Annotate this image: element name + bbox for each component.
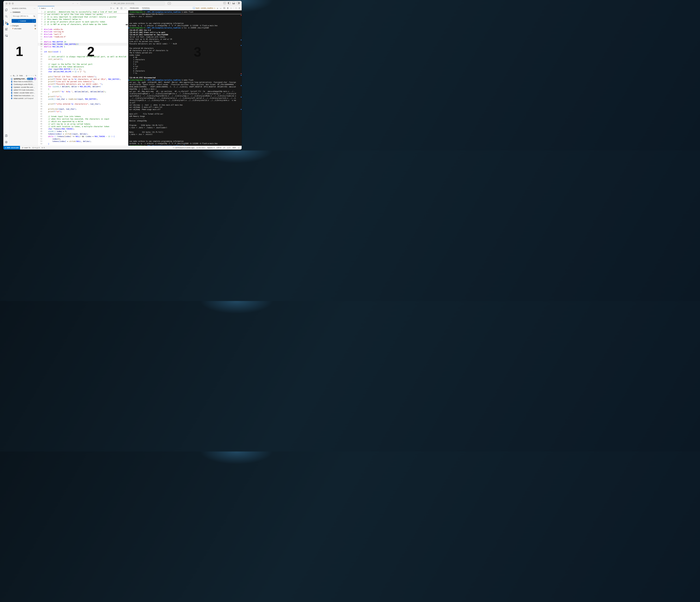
commit-message-input[interactable]: Message (⌘Enter to... <box>11 14 36 18</box>
pull-icon[interactable]: ↓ <box>31 75 31 77</box>
gear-icon[interactable] <box>117 7 119 9</box>
commit-item[interactable]: added VS Code instruction... <box>9 89 38 92</box>
push-icon[interactable]: ↑ <box>33 75 33 77</box>
commit-item[interactable]: Added .vscode folder and r... <box>9 92 38 94</box>
terminal-line: avr-gcc -Wl,-Map,main.map -Wl,--gc-secti… <box>129 90 242 93</box>
code-line: 32 { <box>38 88 128 91</box>
more-actions-icon[interactable]: ··· <box>230 7 232 9</box>
run-debug-button[interactable] <box>110 7 115 9</box>
commit-item[interactable]: Added test instructionsLie... <box>9 94 38 97</box>
code-line: 5// an array of pointers which point to … <box>38 21 128 23</box>
maximize-panel-icon[interactable] <box>235 7 237 9</box>
commit-item[interactable]: updating instr...◎main <box>9 77 38 80</box>
more-actions-icon[interactable]: ··· <box>34 7 36 9</box>
tab-main-c[interactable]: C main.c ✕ <box>38 6 54 10</box>
terminal-line <box>129 129 242 131</box>
notifications-button[interactable] <box>238 147 240 149</box>
terminal-line: avr-objdump -Pmem-usage main.elf <box>129 108 242 110</box>
code-line: 27 puts("Serial I/O Test: readLine with … <box>38 75 128 78</box>
bash-icon: $ <box>193 7 195 9</box>
copilot-icon[interactable] <box>168 2 171 5</box>
git-blame-indicator[interactable]: Lief Koepsel (2 weeks ago) <box>173 147 195 149</box>
terminal-line: Enter text up to 40 characters, or end w… <box>129 38 242 40</box>
close-panel-icon[interactable]: ✕ <box>239 7 240 9</box>
annotation-2: 2 <box>87 44 95 59</box>
changes-tree-header[interactable]: Changes 1 <box>9 24 38 27</box>
commit-item[interactable]: Initial commitLief Koepsel <box>9 97 38 100</box>
code-line: 19 // init_serial() is always required t… <box>38 55 128 58</box>
code-line: 38 printf("\nYou entered %i characters\n… <box>38 103 128 105</box>
code-line: 31 for (uint8_t delim=0; delim < MAX_DEL… <box>38 85 128 88</box>
zoom-window-button[interactable] <box>12 2 14 4</box>
close-icon[interactable]: ✕ <box>52 7 53 9</box>
target-icon[interactable]: ◎ <box>26 75 27 77</box>
trash-icon[interactable] <box>227 7 229 9</box>
code-line: 16 <box>38 48 128 51</box>
graph-auto-label[interactable]: Auto <box>19 75 23 77</box>
avr-indicator[interactable]: AVR <box>232 147 236 149</box>
sidebar-item-remote-explorer[interactable] <box>3 33 9 39</box>
ruler-tick <box>241 40 242 40</box>
commit-item[interactable]: Updated .vscode files and ... <box>9 86 38 89</box>
toggle-secondary-sidebar-icon[interactable] <box>237 2 240 4</box>
tab-problems[interactable]: PROBLEMS <box>130 6 139 10</box>
toggle-sidebar-icon[interactable] <box>228 2 230 4</box>
sidebar-item-explorer[interactable] <box>3 7 9 13</box>
code-line: 2// use strtok() to split the line into … <box>38 13 128 16</box>
new-terminal-button[interactable]: + <box>217 7 218 9</box>
terminal-output[interactable]: student6@pidev-6:~/RPi_10C/examples/seri… <box>128 10 242 146</box>
terminal-overview-ruler <box>241 10 242 146</box>
accounts-button[interactable] <box>3 133 9 139</box>
more-actions-icon[interactable]: ··· <box>124 7 127 9</box>
toggle-panel-icon[interactable] <box>232 2 235 4</box>
code-line: 12 <box>38 38 128 41</box>
problems-indicator[interactable]: 0 0 <box>32 147 40 149</box>
changed-file-row[interactable]: M env.make M <box>9 27 38 30</box>
sparkle-icon[interactable] <box>33 15 35 17</box>
git-modified-badge: M <box>35 28 36 29</box>
back-icon[interactable]: ← <box>72 2 74 4</box>
chevron-down-icon[interactable] <box>220 7 221 9</box>
split-editor-icon[interactable] <box>120 7 123 9</box>
titlebar: ← → RPi_10C [SSH: 10.0.0.223] <box>3 1 242 6</box>
terminal-instance[interactable]: $ bash - serialio_readline ⚠ <box>193 7 215 9</box>
activity-bar: 1 <box>3 6 9 146</box>
chevron-down-icon[interactable] <box>10 75 12 76</box>
eol-indicator[interactable]: LF <box>223 147 225 149</box>
forward-icon[interactable]: → <box>76 2 78 4</box>
terminal-line: avr-gcc -Og -ggdb -std=gnu99 -Wall -Wund… <box>129 81 242 83</box>
commit-button[interactable]: ✓ Commit <box>11 19 36 23</box>
language-indicator[interactable]: { } C <box>227 147 230 149</box>
indentation-indicator[interactable]: Spaces: 4 <box>207 147 215 149</box>
fetch-icon[interactable]: ↓ <box>29 75 29 77</box>
code-editor[interactable]: 1// serialio - demonstrate how to succes… <box>38 10 128 146</box>
tab-terminal[interactable]: TERMINAL <box>142 6 150 10</box>
terminal-line: Data: 322 bytes (15.7% Full) <box>129 13 242 16</box>
close-window-button[interactable] <box>6 2 7 4</box>
sidebar-item-source-control[interactable]: 1 <box>3 20 9 26</box>
terminal-line: 3 a <box>129 63 242 65</box>
sidebar-item-search[interactable] <box>3 14 9 19</box>
code-line: 34 } <box>38 93 128 95</box>
terminal-line: Serial I/O Test: readLine with tokens <box>129 36 242 38</box>
branch-indicator[interactable]: main* ↻ <box>22 147 30 149</box>
ports-indicator[interactable]: 0 <box>41 147 45 149</box>
command-center-search[interactable]: RPi_10C [SSH: 10.0.0.223] <box>80 2 165 5</box>
commit-item[interactable]: Minor fixes to instructions... <box>9 80 38 83</box>
source-control-sidebar: SOURCE CONTROL ··· CHANGES Message (⌘Ent… <box>9 6 38 146</box>
run-icon <box>110 7 112 9</box>
cursor-position[interactable]: Ln 14, Col 1 <box>197 147 205 149</box>
annotation-1: 1 <box>16 44 23 59</box>
customize-layout-icon[interactable] <box>223 2 226 4</box>
terminal-line: Possible delimitors are (w/ ASCII code):… <box>129 43 242 45</box>
commit-dropdown-button[interactable] <box>32 19 36 23</box>
minimize-window-button[interactable] <box>9 2 10 4</box>
remote-indicator[interactable]: >< SSH: 10.0.0.223 <box>3 146 20 150</box>
refresh-icon[interactable]: ↻ <box>35 75 36 77</box>
split-terminal-icon[interactable] <box>223 7 225 9</box>
settings-button[interactable] <box>3 139 9 145</box>
commit-item[interactable]: Continuing to write READ... <box>9 83 38 86</box>
changes-section-header[interactable]: CHANGES <box>9 11 38 14</box>
sidebar-item-extensions[interactable] <box>3 26 9 32</box>
encoding-indicator[interactable]: UTF-8 <box>217 147 221 149</box>
